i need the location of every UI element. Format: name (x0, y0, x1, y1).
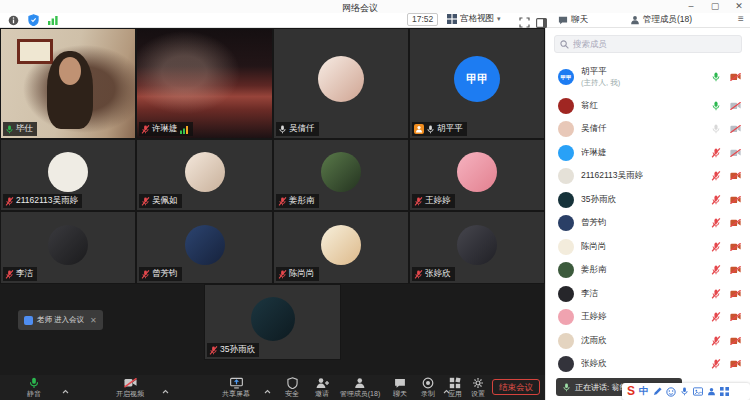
video-options-chevron-icon[interactable] (162, 380, 169, 398)
tile-name-label: 李洁 (3, 267, 37, 281)
meeting-protect-shield-icon[interactable] (28, 14, 39, 26)
grid-view-button[interactable]: 宫格视图 ▾ (447, 13, 501, 25)
toolbar-label: 安全 (285, 389, 299, 399)
maximize-button[interactable]: ▢ (708, 0, 722, 12)
mute-button[interactable]: 静音 (27, 377, 41, 399)
member-row[interactable]: 王婷婷 (546, 306, 750, 330)
member-row[interactable]: 许琳婕 (546, 141, 750, 165)
camera-off-icon (730, 290, 741, 298)
video-tile[interactable]: 许琳婕 (136, 28, 273, 139)
search-input[interactable] (573, 39, 736, 49)
image-keyboard-icon[interactable] (693, 387, 703, 396)
meeting-info-icon[interactable] (8, 15, 19, 26)
member-row[interactable]: 李洁 (546, 282, 750, 306)
video-tile[interactable]: 李洁 (0, 211, 136, 284)
member-row[interactable]: 姜彤南 (546, 259, 750, 283)
mic-muted-icon (5, 270, 14, 279)
panel-menu-icon[interactable]: ≡ (738, 13, 744, 24)
member-search[interactable] (554, 35, 742, 53)
tile-name-label: 胡平平 (412, 122, 467, 136)
bottom-toolbar: 结束会议 静音 开启视频 共享屏幕 安全 邀请 管理成员(18) 聊天 (0, 375, 545, 400)
member-row[interactable]: 陈尚尚 (546, 235, 750, 259)
avatar (48, 225, 88, 265)
meeting-timer: 17:52 (407, 13, 438, 26)
security-button[interactable]: 安全 (285, 377, 299, 399)
camera-off-icon (730, 360, 741, 368)
member-name: 曾芳钧 (581, 217, 711, 229)
video-tile[interactable]: 35孙雨欣 (204, 284, 341, 360)
video-tile[interactable]: 王婷婷 (409, 139, 545, 211)
apps-grid-icon[interactable] (720, 387, 729, 396)
toast-close-icon[interactable]: ✕ (90, 316, 97, 325)
camera-off-icon (730, 266, 741, 274)
video-tile[interactable]: 吴倩仟 (273, 28, 409, 139)
mic-muted-icon (414, 270, 423, 279)
mic-muted-icon (5, 197, 14, 206)
toolbar-label: 静音 (27, 389, 41, 399)
chat-button[interactable]: 聊天 (393, 377, 407, 399)
person-icon[interactable] (707, 387, 716, 396)
share-options-chevron-icon[interactable] (264, 380, 271, 398)
mute-options-chevron-icon[interactable] (62, 380, 69, 398)
tile-name-label: 毕仕 (3, 122, 37, 136)
participant-name: 李洁 (16, 268, 33, 280)
tile-name-label: 曾芳钧 (139, 267, 182, 281)
mic-icon (562, 383, 571, 392)
toolbar-label: 聊天 (393, 389, 407, 399)
member-row[interactable]: 沈雨欣 (546, 329, 750, 353)
member-row[interactable]: 甲甲 胡平平 (主持人, 我) (546, 60, 750, 94)
mic-muted-icon (711, 148, 721, 158)
apps-button[interactable]: 应用 (448, 377, 462, 399)
avatar (558, 168, 574, 184)
video-tile[interactable]: 21162113吴雨婷 (0, 139, 136, 211)
participant-name: 胡平平 (437, 123, 463, 135)
mic-muted-icon (711, 336, 721, 346)
mic-icon (28, 377, 40, 389)
video-tile[interactable]: 姜彤南 (273, 139, 409, 211)
pen-icon[interactable] (653, 387, 662, 396)
mic-icon (711, 101, 721, 111)
tab-chat[interactable]: 聊天 (558, 14, 588, 26)
member-row[interactable]: 吴倩仟 (546, 118, 750, 142)
tile-name-label: 吴倩仟 (276, 122, 319, 136)
mic-icon (711, 124, 721, 134)
emoji-icon[interactable] (666, 387, 676, 397)
video-button[interactable]: 开启视频 (116, 377, 144, 399)
person-icon (340, 377, 380, 389)
video-tile[interactable]: 曾芳钧 (136, 211, 273, 284)
sogou-logo-icon[interactable]: S (627, 383, 635, 400)
ime-mode-chinese[interactable]: 中 (639, 385, 649, 398)
member-name: 沈雨欣 (581, 335, 711, 347)
member-row[interactable]: 曾芳钧 (546, 212, 750, 236)
member-row[interactable]: 张婷欣 (546, 353, 750, 377)
member-row[interactable]: 翁红 (546, 94, 750, 118)
mic-icon (426, 125, 435, 134)
avatar (558, 192, 574, 208)
video-tile[interactable]: 吴佩如 (136, 139, 273, 211)
video-tile[interactable]: 甲甲 胡平平 (409, 28, 545, 139)
settings-button[interactable]: 设置 (471, 377, 485, 399)
video-tile[interactable]: 张婷欣 (409, 211, 545, 284)
member-name: 陈尚尚 (581, 241, 711, 253)
mic-muted-icon (209, 346, 218, 355)
share-button[interactable]: 共享屏幕 (222, 377, 250, 399)
member-row[interactable]: 35孙雨欣 (546, 188, 750, 212)
mic-muted-icon (711, 289, 721, 299)
invite-button[interactable]: 邀请 (315, 377, 329, 399)
apps-icon (448, 377, 462, 389)
video-tile[interactable]: 陈尚尚 (273, 211, 409, 284)
end-meeting-button[interactable]: 结束会议 (492, 379, 540, 395)
video-tile[interactable]: 毕仕 (0, 28, 136, 139)
record-button[interactable]: 录制 (421, 377, 435, 399)
minimize-button[interactable]: – (684, 0, 698, 12)
avatar (185, 152, 225, 192)
toolbar-label: 录制 (421, 389, 435, 399)
voice-input-icon[interactable] (680, 387, 689, 396)
camera-off-icon (730, 313, 741, 321)
tile-name-label: 35孙雨欣 (207, 343, 259, 357)
members-button[interactable]: 管理成员(18) (340, 377, 380, 399)
tab-manage-members[interactable]: 管理成员(18) (630, 14, 692, 26)
close-button[interactable]: ✕ (732, 0, 746, 12)
member-row[interactable]: 21162113吴雨婷 (546, 165, 750, 189)
participant-name: 姜彤南 (289, 195, 315, 207)
